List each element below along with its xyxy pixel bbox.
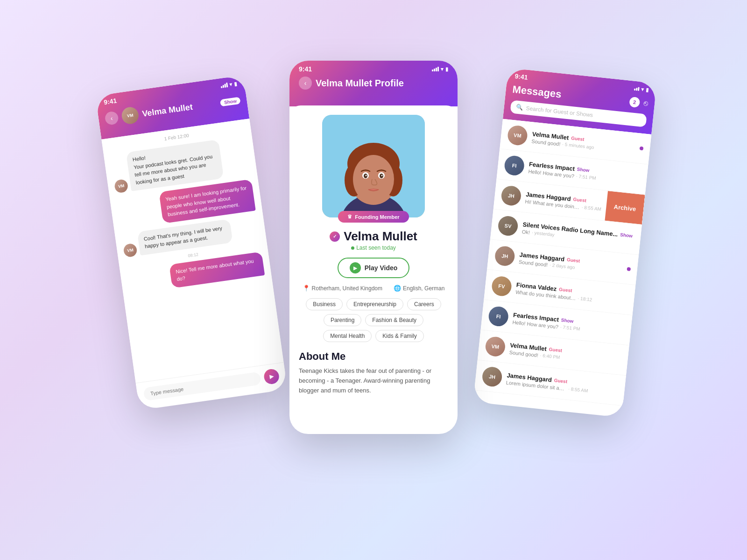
tag-item: Business bbox=[306, 298, 343, 310]
play-icon: ▶ bbox=[350, 262, 361, 273]
profile-photo bbox=[322, 115, 425, 217]
profile-header-title: Velma Mullet Profile bbox=[316, 78, 448, 89]
online-status: Last seen today bbox=[330, 245, 417, 251]
compose-icon[interactable]: ⎋ bbox=[643, 99, 648, 108]
sender-role: Show bbox=[620, 232, 633, 238]
message-info: Silent Voices Radio Long Name... Show Ok… bbox=[521, 221, 634, 246]
message-time: · 6:40 PM bbox=[540, 353, 560, 360]
avatar: FV bbox=[491, 275, 512, 297]
location-icon: 📍 bbox=[303, 285, 310, 292]
chat-content: 1 Feb 12:00 VM Hello!Your podcast looks … bbox=[101, 119, 287, 407]
tag-item: Kids & Family bbox=[375, 330, 423, 342]
sender-role: Guest bbox=[567, 257, 580, 263]
message-time: · 8:55 AM bbox=[568, 386, 588, 393]
signal-bars-icon bbox=[634, 87, 640, 91]
avatar: VM bbox=[485, 336, 506, 357]
center-header-row: ‹ Velma Mullet Profile bbox=[289, 75, 458, 97]
about-text: Teenage Kicks takes the fear out of pare… bbox=[299, 366, 448, 395]
phone-chat: 9:41 ▾ ▮ ‹ VM Velma Mullet Show bbox=[95, 75, 288, 410]
svg-point-13 bbox=[381, 175, 383, 176]
online-dot-icon bbox=[351, 246, 354, 250]
avatar: VM bbox=[507, 125, 528, 146]
right-status-icons: ▾ ▮ bbox=[634, 85, 649, 93]
founding-member-badge: ♛ Founding Member bbox=[338, 211, 409, 223]
signal-bars-icon bbox=[220, 83, 228, 88]
chat-header-title: Velma Mullet bbox=[141, 98, 218, 119]
sender-role: Guest bbox=[559, 287, 572, 293]
avatar: JH bbox=[494, 245, 515, 267]
svg-point-7 bbox=[353, 155, 394, 203]
message-avatar: VM bbox=[123, 243, 138, 258]
tag-item: Mental Health bbox=[323, 330, 372, 342]
show-badge: Show bbox=[220, 97, 240, 106]
sender-role: Guest bbox=[554, 378, 567, 384]
center-status-bar: 9:41 ▾ ▮ bbox=[289, 61, 458, 75]
tag-item: Parenting bbox=[324, 314, 361, 326]
send-button[interactable]: ▶ bbox=[263, 368, 280, 385]
about-section: About Me Teenage Kicks takes the fear ou… bbox=[299, 350, 448, 395]
sender-role: Guest bbox=[571, 135, 585, 142]
profile-body: ♛ Founding Member ✓ Velma Mullet Last se… bbox=[289, 105, 458, 409]
messages-list: VM Velma Mullet Guest Sound good! · 5 mi… bbox=[474, 119, 651, 406]
tag-item: Entrepreneurship bbox=[346, 298, 403, 310]
archive-button[interactable]: Archive bbox=[605, 191, 645, 224]
bubble-received: Hello!Your podcast looks gret. Could you… bbox=[126, 140, 224, 191]
profile-name: ✓ Velma Mullet bbox=[330, 229, 417, 244]
message-time: · 8:55 AM bbox=[581, 204, 601, 211]
message-info: Fearless Impact Show Hello! How are you?… bbox=[528, 161, 641, 186]
search-icon: 🔍 bbox=[516, 104, 523, 111]
tag-item: Fashion & Beauty bbox=[365, 314, 423, 326]
message-info: James Haggard Guest Sound good! · 2 days… bbox=[519, 251, 632, 276]
message-item: Nice! Tell me more about what you do? bbox=[127, 252, 265, 294]
message-avatar: VM bbox=[114, 179, 129, 194]
verified-icon: ✓ bbox=[330, 231, 340, 242]
signal-bars-icon bbox=[432, 67, 439, 71]
location-meta: 📍 Rotherham, United Kingdom bbox=[303, 285, 382, 292]
message-time: · 18:12 bbox=[578, 296, 592, 302]
wifi-icon: ▾ bbox=[441, 66, 444, 72]
message-info: James Haggard Guest Hi! What are you doi… bbox=[525, 190, 602, 212]
message-info: Fionna Valdez Guest What do you think ab… bbox=[515, 281, 628, 306]
phone-messages: 9:41 ▾ ▮ Messages 2 ⎋ 🔍 Search f bbox=[473, 68, 657, 418]
message-info: Velma Mullet Guest Sound good! · 5 minut… bbox=[531, 130, 644, 155]
avatar: SV bbox=[497, 215, 519, 237]
battery-icon: ▮ bbox=[445, 66, 448, 72]
message-preview: Ok! bbox=[521, 229, 530, 235]
wifi-icon: ▾ bbox=[641, 86, 644, 93]
svg-point-12 bbox=[366, 175, 367, 176]
message-time: · 2 days ago bbox=[550, 262, 575, 270]
message-time: · 7:51 PM bbox=[560, 324, 581, 331]
avatar: JH bbox=[481, 366, 503, 387]
message-info: Velma Mullet Guest Sound good! · 6:40 PM bbox=[509, 341, 622, 366]
back-button[interactable]: ‹ bbox=[104, 111, 119, 126]
center-status-icons: ▾ ▮ bbox=[432, 66, 448, 72]
wifi-icon: ▾ bbox=[229, 81, 233, 88]
sender-role: Show bbox=[577, 166, 590, 173]
sender-role: Guest bbox=[573, 196, 586, 203]
phones-container: 9:41 ▾ ▮ ‹ VM Velma Mullet Show bbox=[93, 47, 654, 513]
message-info: James Haggard Guest Lorem ipsum dolor si… bbox=[506, 371, 619, 397]
battery-icon: ▮ bbox=[646, 87, 649, 93]
profile-name-section: ✓ Velma Mullet Last seen today bbox=[330, 229, 417, 251]
center-time: 9:41 bbox=[299, 65, 312, 73]
play-video-button[interactable]: ▶ Play Video bbox=[338, 258, 410, 278]
avatar: JH bbox=[500, 185, 522, 206]
about-title: About Me bbox=[299, 350, 448, 363]
messages-count-badge: 2 bbox=[629, 97, 640, 108]
battery-icon: ▮ bbox=[234, 81, 238, 87]
language-meta: 🌐 English, German bbox=[394, 285, 444, 292]
phone-profile: 9:41 ▾ ▮ ‹ Velma Mullet Profile bbox=[289, 61, 458, 434]
avatar: FI bbox=[504, 155, 525, 176]
chat-avatar: VM bbox=[120, 106, 140, 125]
left-status-icons: ▾ ▮ bbox=[220, 81, 237, 89]
left-time: 9:41 bbox=[103, 97, 117, 106]
sender-role: Guest bbox=[549, 346, 562, 353]
sender-role: Show bbox=[561, 317, 574, 324]
crown-icon: ♛ bbox=[347, 214, 352, 220]
right-time: 9:41 bbox=[514, 72, 529, 81]
tag-item: Careers bbox=[407, 298, 441, 310]
profile-photo-svg bbox=[322, 115, 425, 217]
tags-section: Business Entrepreneurship Careers Parent… bbox=[299, 298, 448, 342]
language-icon: 🌐 bbox=[394, 285, 401, 292]
back-button[interactable]: ‹ bbox=[299, 77, 312, 90]
